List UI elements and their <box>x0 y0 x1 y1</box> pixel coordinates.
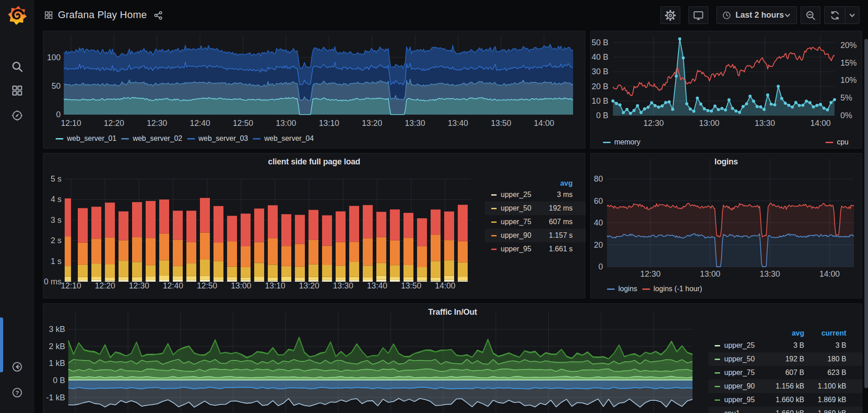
svg-text:0 B: 0 B <box>53 376 65 385</box>
svg-text:12:30: 12:30 <box>643 119 664 128</box>
svg-text:12:10: 12:10 <box>61 119 81 128</box>
svg-text:15%: 15% <box>840 58 857 67</box>
svg-text:20 B: 20 B <box>592 82 608 91</box>
svg-text:100: 100 <box>47 53 61 62</box>
svg-text:4 s: 4 s <box>51 195 62 204</box>
svg-text:14:00: 14:00 <box>819 269 840 279</box>
svg-text:0%: 0% <box>840 111 852 120</box>
svg-text:12:30: 12:30 <box>147 119 167 128</box>
svg-text:1 s: 1 s <box>51 257 62 266</box>
svg-text:12:20: 12:20 <box>104 119 124 128</box>
svg-text:12:30: 12:30 <box>640 269 660 279</box>
svg-text:14:00: 14:00 <box>435 281 455 290</box>
svg-text:12:50: 12:50 <box>197 281 217 290</box>
svg-text:2 kB: 2 kB <box>49 342 65 351</box>
svg-text:30 B: 30 B <box>592 67 608 76</box>
svg-text:13:50: 13:50 <box>401 281 421 290</box>
svg-text:?: ? <box>15 389 19 396</box>
svg-text:-1 kB: -1 kB <box>46 393 65 402</box>
svg-text:12:20: 12:20 <box>95 281 115 290</box>
svg-text:10%: 10% <box>840 76 857 85</box>
svg-text:5 s: 5 s <box>51 174 62 183</box>
svg-text:20: 20 <box>594 240 603 250</box>
svg-text:0: 0 <box>56 110 61 119</box>
svg-text:80: 80 <box>594 174 603 183</box>
svg-text:13:00: 13:00 <box>700 269 720 279</box>
svg-text:20%: 20% <box>840 41 857 50</box>
svg-text:12:50: 12:50 <box>233 119 253 128</box>
svg-text:13:40: 13:40 <box>448 119 468 128</box>
svg-text:1 kB: 1 kB <box>49 359 65 368</box>
svg-text:13:00: 13:00 <box>231 281 251 290</box>
svg-text:13:30: 13:30 <box>405 119 425 128</box>
svg-text:10 B: 10 B <box>592 96 608 106</box>
svg-text:13:40: 13:40 <box>367 281 387 290</box>
svg-text:2 s: 2 s <box>51 236 62 245</box>
svg-text:14:00: 14:00 <box>534 119 554 128</box>
svg-text:12:40: 12:40 <box>163 281 183 290</box>
svg-text:13:10: 13:10 <box>265 281 285 290</box>
svg-text:13:00: 13:00 <box>276 119 296 128</box>
svg-text:13:30: 13:30 <box>759 269 780 279</box>
svg-text:12:40: 12:40 <box>190 119 210 128</box>
svg-text:40: 40 <box>594 218 603 227</box>
svg-text:13:30: 13:30 <box>754 119 775 128</box>
svg-text:13:20: 13:20 <box>299 281 319 290</box>
svg-text:13:30: 13:30 <box>333 281 353 290</box>
svg-text:40 B: 40 B <box>592 53 608 62</box>
svg-text:13:00: 13:00 <box>699 119 719 128</box>
svg-text:0: 0 <box>598 262 603 271</box>
svg-text:14:00: 14:00 <box>810 119 830 128</box>
svg-text:13:50: 13:50 <box>491 119 511 128</box>
svg-text:5%: 5% <box>840 93 852 102</box>
svg-text:13:20: 13:20 <box>362 119 382 128</box>
svg-text:3 s: 3 s <box>51 216 62 225</box>
svg-text:12:10: 12:10 <box>61 281 81 290</box>
svg-text:60: 60 <box>594 197 603 206</box>
svg-text:13:10: 13:10 <box>319 119 339 128</box>
svg-text:50: 50 <box>52 82 61 91</box>
svg-text:12:30: 12:30 <box>129 281 149 290</box>
svg-text:0 B: 0 B <box>596 111 608 120</box>
svg-text:50 B: 50 B <box>592 38 608 47</box>
svg-text:3 kB: 3 kB <box>49 325 65 334</box>
svg-text:0 ms: 0 ms <box>44 277 62 286</box>
